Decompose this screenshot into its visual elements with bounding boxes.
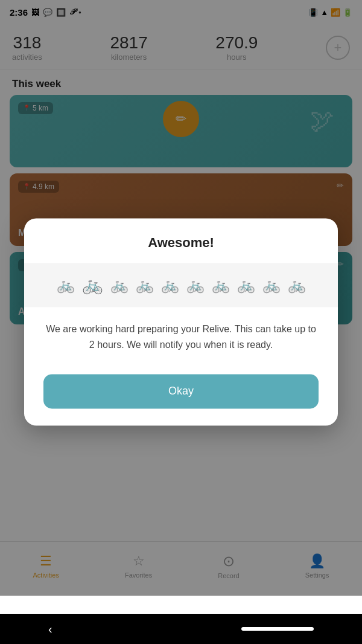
dialog-message: We are working hard preparing your Reliv… bbox=[43, 321, 319, 352]
okay-button[interactable]: Okay bbox=[43, 375, 319, 409]
bike-icon-6: 🚲 bbox=[186, 277, 205, 294]
home-bar: ‹ bbox=[0, 614, 362, 644]
bike-icon-8: 🚲 bbox=[237, 277, 255, 294]
bike-icon-3: 🚲 bbox=[110, 277, 129, 294]
bike-icon-2: 🚲 bbox=[82, 275, 103, 295]
bike-icon-10: 🚲 bbox=[288, 277, 306, 294]
awesome-dialog: Awesome! 🚲 🚲 🚲 🚲 🚲 🚲 🚲 🚲 🚲 🚲 We are work… bbox=[24, 218, 338, 425]
dialog-body: We are working hard preparing your Reliv… bbox=[24, 307, 338, 362]
bikes-animation-strip: 🚲 🚲 🚲 🚲 🚲 🚲 🚲 🚲 🚲 🚲 bbox=[24, 263, 338, 307]
bike-icon-7: 🚲 bbox=[212, 277, 230, 294]
bike-icon-5: 🚲 bbox=[161, 277, 179, 294]
home-pill[interactable] bbox=[241, 627, 314, 631]
back-button[interactable]: ‹ bbox=[48, 622, 52, 636]
bike-icon-9: 🚲 bbox=[262, 277, 281, 294]
dialog-title: Awesome! bbox=[24, 218, 338, 263]
bike-icon-1: 🚲 bbox=[57, 277, 75, 294]
bike-icon-4: 🚲 bbox=[136, 277, 154, 294]
